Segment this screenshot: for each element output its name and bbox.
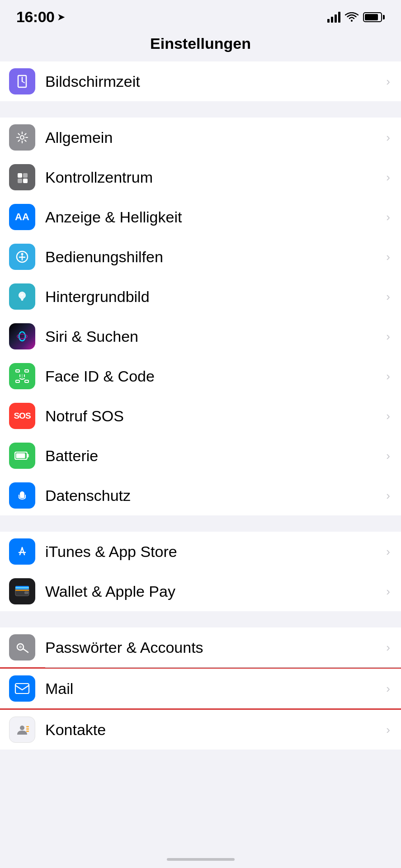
chevron-icon: ›: [386, 131, 390, 145]
svg-point-10: [21, 253, 24, 255]
section-divider-1: [0, 101, 401, 118]
status-time: 16:00: [16, 8, 54, 26]
svg-point-15: [19, 332, 25, 341]
svg-line-3: [22, 81, 24, 83]
svg-rect-19: [16, 380, 19, 382]
section-divider-3: [0, 611, 401, 627]
signal-bars-icon: [327, 12, 340, 23]
mail-label: Mail: [45, 680, 382, 698]
settings-row-kontrollzentrum[interactable]: Kontrollzentrum ›: [0, 157, 401, 197]
svg-rect-36: [26, 728, 29, 730]
chevron-icon: ›: [386, 641, 390, 655]
kontrollzentrum-label: Kontrollzentrum: [45, 169, 382, 186]
svg-rect-34: [15, 684, 29, 693]
svg-line-32: [23, 649, 28, 652]
page-title: Einstellungen: [0, 30, 401, 61]
svg-rect-29: [15, 590, 29, 591]
settings-row-appstore[interactable]: iTunes & App Store ›: [0, 532, 401, 571]
chevron-icon: ›: [386, 409, 390, 423]
settings-row-siri[interactable]: Siri & Suchen ›: [0, 316, 401, 356]
svg-rect-7: [18, 179, 22, 183]
location-arrow-icon: ➤: [57, 11, 65, 23]
appstore-label: iTunes & App Store: [45, 543, 382, 561]
settings-row-bildschirmzeit[interactable]: Bildschirmzeit ›: [0, 61, 401, 101]
chevron-icon: ›: [386, 489, 390, 503]
anzeige-label: Anzeige & Helligkeit: [45, 208, 382, 226]
chevron-icon: ›: [386, 170, 390, 184]
svg-rect-25: [16, 453, 25, 458]
kontrollzentrum-icon: [9, 164, 35, 190]
settings-row-mail[interactable]: Mail ›: [0, 669, 401, 708]
wifi-icon: [345, 12, 359, 22]
chevron-icon: ›: [386, 449, 390, 463]
mail-icon: [9, 675, 35, 702]
notruf-label: Notruf SOS: [45, 407, 382, 425]
chevron-icon: ›: [386, 682, 390, 696]
settings-row-batterie[interactable]: Batterie ›: [0, 436, 401, 476]
batterie-icon: [9, 443, 35, 469]
siri-label: Siri & Suchen: [45, 328, 382, 345]
hintergrundbild-icon: [9, 283, 35, 310]
settings-section-accounts: Passwörter & Accounts › Mail ›: [0, 627, 401, 750]
wallet-icon: [9, 578, 35, 604]
bildschirmzeit-icon: [9, 68, 35, 94]
settings-row-wallet[interactable]: Wallet & Apple Pay ›: [0, 571, 401, 611]
svg-rect-6: [23, 173, 28, 178]
chevron-icon: ›: [386, 545, 390, 559]
chevron-icon: ›: [386, 210, 390, 224]
batterie-label: Batterie: [45, 447, 382, 465]
chevron-icon: ›: [386, 75, 390, 89]
allgemein-label: Allgemein: [45, 129, 382, 146]
svg-rect-38: [26, 726, 29, 727]
svg-rect-28: [15, 587, 29, 589]
settings-row-bedienungshilfen[interactable]: Bedienungshilfen ›: [0, 237, 401, 277]
settings-section-screen: Bildschirmzeit ›: [0, 61, 401, 101]
svg-rect-17: [16, 370, 19, 372]
appstore-icon: [9, 538, 35, 565]
chevron-icon: ›: [386, 330, 390, 344]
hintergrundbild-label: Hintergrundbild: [45, 288, 382, 306]
chevron-icon: ›: [386, 585, 390, 599]
bottom-spacer: [0, 750, 401, 786]
status-bar: 16:00 ➤: [0, 0, 401, 30]
svg-rect-18: [25, 370, 28, 372]
datenschutz-icon: [9, 482, 35, 509]
svg-rect-37: [26, 731, 29, 732]
settings-row-allgemein[interactable]: Allgemein ›: [0, 118, 401, 157]
passwoerter-label: Passwörter & Accounts: [45, 639, 382, 656]
svg-point-0: [351, 20, 353, 22]
passwoerter-icon: [9, 634, 35, 660]
faceid-label: Face ID & Code: [45, 368, 382, 385]
settings-row-hintergrundbild[interactable]: Hintergrundbild ›: [0, 277, 401, 316]
notruf-icon: SOS: [9, 403, 35, 429]
settings-row-passwoerter[interactable]: Passwörter & Accounts ›: [0, 627, 401, 667]
bedienungshilfen-label: Bedienungshilfen: [45, 248, 382, 266]
settings-row-kontakte[interactable]: Kontakte ›: [0, 710, 401, 750]
svg-rect-20: [25, 380, 28, 382]
kontakte-icon: [9, 717, 35, 743]
battery-icon: [363, 12, 385, 22]
datenschutz-label: Datenschutz: [45, 487, 382, 505]
chevron-icon: ›: [386, 250, 390, 264]
settings-row-faceid[interactable]: Face ID & Code ›: [0, 356, 401, 396]
chevron-icon: ›: [386, 369, 390, 383]
settings-row-notruf[interactable]: SOS Notruf SOS ›: [0, 396, 401, 436]
mail-row-highlight-container: Mail ›: [0, 667, 401, 710]
section-divider-2: [0, 515, 401, 532]
svg-point-4: [20, 136, 24, 139]
bildschirmzeit-label: Bildschirmzeit: [45, 73, 382, 90]
svg-point-33: [19, 646, 22, 648]
svg-rect-8: [23, 179, 28, 183]
svg-point-14: [21, 294, 24, 296]
wallet-label: Wallet & Apple Pay: [45, 583, 382, 600]
settings-section-store: iTunes & App Store › Wallet & Apple Pay …: [0, 532, 401, 611]
chevron-icon: ›: [386, 723, 390, 737]
settings-row-anzeige[interactable]: AA Anzeige & Helligkeit ›: [0, 197, 401, 237]
status-icons: [327, 12, 385, 23]
siri-icon: [9, 323, 35, 349]
svg-point-35: [20, 726, 24, 730]
chevron-icon: ›: [386, 290, 390, 304]
svg-rect-5: [18, 173, 22, 178]
svg-rect-30: [24, 591, 28, 594]
settings-row-datenschutz[interactable]: Datenschutz ›: [0, 476, 401, 515]
